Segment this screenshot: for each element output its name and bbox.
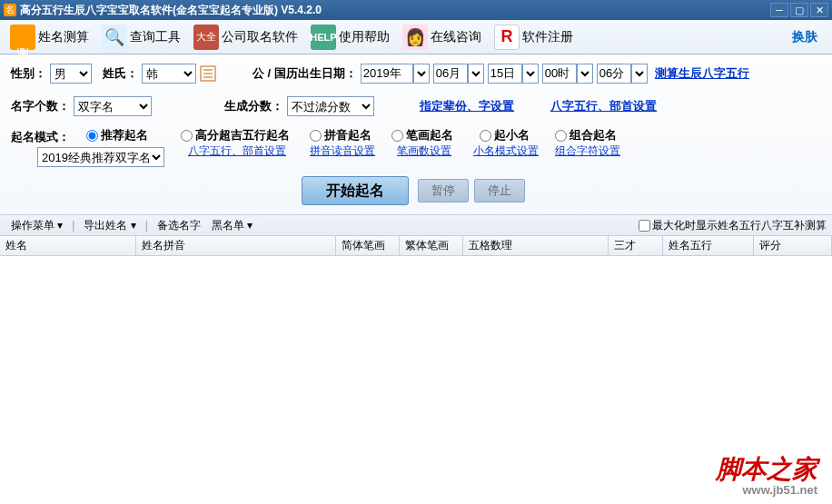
stop-button[interactable]: 停止 (474, 179, 525, 203)
mode-combine-sub[interactable]: 组合字符设置 (555, 143, 620, 159)
generation-link[interactable]: 指定辈份、字设置 (420, 98, 514, 114)
gender-label: 性别： (11, 65, 46, 82)
pause-button[interactable]: 暂停 (418, 179, 469, 203)
menu-candidate[interactable]: 备选名字 (152, 218, 206, 233)
tb-register[interactable]: R软件注册 (488, 22, 579, 53)
mode-stroke-radio[interactable] (391, 130, 403, 142)
mode-wuxing-sub[interactable]: 八字五行、部首设置 (188, 143, 286, 159)
titlebar: 名 高分五行生辰八字宝宝取名软件(金名宝宝起名专业版) V5.4.2.0 ─ ▢… (0, 0, 832, 20)
day-input[interactable] (488, 64, 522, 84)
col-trad[interactable]: 繁体笔画 (400, 236, 463, 255)
mode-stroke-sub[interactable]: 笔画数设置 (397, 143, 451, 159)
tb-consult[interactable]: 👩在线咨询 (396, 22, 488, 53)
list-icon[interactable] (200, 65, 216, 82)
watermark: 脚本之家 www.jb51.net (716, 452, 817, 497)
mode-nickname-radio[interactable] (480, 130, 491, 142)
mode-stroke: 笔画起名 笔画数设置 (391, 127, 457, 159)
min-dd[interactable] (631, 64, 648, 84)
gender-select[interactable]: 男 (50, 64, 92, 84)
menubar: 操作菜单 ▾| 导出姓名 ▾| 备选名字 黑名单 ▾ 最大化时显示姓名五行八字互… (0, 214, 832, 236)
count-label: 名字个数： (11, 98, 70, 114)
wuxing-link[interactable]: 八字五行、部首设置 (550, 98, 657, 114)
minimize-button[interactable]: ─ (770, 3, 788, 17)
col-wuxing[interactable]: 姓名五行 (663, 236, 754, 255)
menu-blacklist[interactable]: 黑名单 ▾ (206, 218, 258, 233)
score-label: 生成分数： (224, 98, 283, 114)
hour-input[interactable] (542, 64, 577, 84)
maximize-button[interactable]: ▢ (790, 3, 808, 17)
min-input[interactable] (597, 64, 631, 84)
company-icon: 大全 (193, 25, 219, 50)
search-icon: 🔍 (102, 25, 127, 50)
help-icon: HELP (311, 25, 336, 50)
form-area: 性别： 男 姓氏： 韩 公 / 国历出生日期： 测算生辰八字五行 名字个数： 双… (0, 54, 832, 214)
mode-wuxing-radio[interactable] (181, 130, 193, 142)
surname-label: 姓氏： (103, 65, 138, 82)
start-button[interactable]: 开始起名 (302, 176, 409, 205)
register-icon: R (494, 25, 520, 50)
close-button[interactable]: ✕ (810, 3, 828, 17)
mode-label: 起名模式： (11, 129, 70, 145)
year-input[interactable] (361, 64, 413, 84)
day-dd[interactable] (522, 64, 539, 84)
menu-export[interactable]: 导出姓名 ▾ (78, 218, 141, 233)
tb-company[interactable]: 大全公司取名软件 (187, 22, 304, 53)
tb-name-calc[interactable]: 测名姓名测算 (4, 22, 95, 53)
col-pinyin[interactable]: 姓名拼音 (136, 236, 336, 255)
table-header: 姓名 姓名拼音 简体笔画 繁体笔画 五格数理 三才 姓名五行 评分 (0, 236, 832, 256)
consult-icon: 👩 (402, 25, 428, 50)
calc-bazi-link[interactable]: 测算生辰八字五行 (655, 65, 749, 82)
month-input[interactable] (433, 64, 468, 84)
mode-pinyin-radio[interactable] (310, 130, 322, 142)
name-calc-icon: 测名 (10, 25, 35, 50)
surname-select[interactable]: 韩 (142, 64, 196, 84)
score-select[interactable]: 不过滤分数 (287, 96, 374, 116)
count-select[interactable]: 双字名 (74, 96, 152, 116)
birth-label: 公 / 国历出生日期： (253, 65, 357, 82)
mode-nickname: 起小名 小名模式设置 (473, 127, 539, 159)
mode-recommend: 推荐起名 2019经典推荐双字名 (74, 127, 164, 167)
mode-wuxing: 高分超吉五行起名 八字五行、部首设置 (181, 127, 293, 159)
col-wuge[interactable]: 五格数理 (463, 236, 609, 255)
tb-query[interactable]: 🔍查询工具 (95, 22, 187, 53)
maximize-checkbox[interactable] (639, 220, 650, 232)
mode-recommend-radio[interactable] (86, 130, 98, 142)
menu-operate[interactable]: 操作菜单 ▾ (5, 218, 68, 233)
table-body (0, 256, 832, 483)
mode-pinyin: 拼音起名 拼音读音设置 (310, 127, 375, 159)
skin-button[interactable]: 换肤 (781, 29, 828, 45)
toolbar: 测名姓名测算 🔍查询工具 大全公司取名软件 HELP使用帮助 👩在线咨询 R软件… (0, 20, 832, 54)
mode-nickname-sub[interactable]: 小名模式设置 (473, 143, 539, 159)
year-dd[interactable] (413, 64, 430, 84)
mode-combine: 组合起名 组合字符设置 (555, 127, 620, 159)
maximize-checkbox-label[interactable]: 最大化时显示姓名五行八字互补测算 (639, 218, 827, 233)
recommend-select[interactable]: 2019经典推荐双字名 (37, 147, 164, 167)
window-title: 高分五行生辰八字宝宝取名软件(金名宝宝起名专业版) V5.4.2.0 (20, 3, 768, 18)
month-dd[interactable] (468, 64, 484, 84)
col-score[interactable]: 评分 (754, 236, 832, 255)
mode-pinyin-sub[interactable]: 拼音读音设置 (310, 143, 375, 159)
mode-combine-radio[interactable] (555, 130, 567, 142)
col-name[interactable]: 姓名 (0, 236, 136, 255)
hour-dd[interactable] (577, 64, 593, 84)
col-simp[interactable]: 简体笔画 (336, 236, 400, 255)
app-icon: 名 (4, 4, 16, 16)
col-sancai[interactable]: 三才 (609, 236, 663, 255)
tb-help[interactable]: HELP使用帮助 (304, 22, 396, 53)
